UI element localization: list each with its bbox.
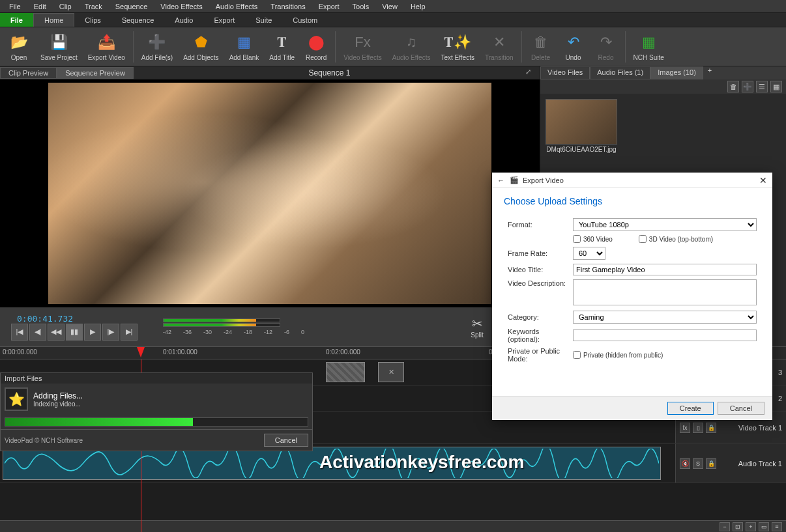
menu-view[interactable]: View [375,1,404,12]
track-fx-button[interactable]: fx [680,423,690,433]
ribbon-tab-sequence[interactable]: Sequence [111,13,165,27]
tab-images[interactable]: Images (10) [650,66,703,79]
goto-end-button[interactable]: ▶| [121,324,138,341]
storyboard-button[interactable]: ▭ [759,522,769,531]
menu-track[interactable]: Track [78,1,109,12]
nch-suite-button[interactable]: ▦NCH Suite [628,29,669,65]
keywords-label: Keywords (optional): [508,328,573,343]
transition-clip[interactable]: ✕ [378,362,404,382]
track-solo-button[interactable]: S [693,458,703,469]
menu-bar: File Edit Clip Track Sequence Video Effe… [0,0,786,13]
redo-button[interactable]: ↷Redo [590,29,622,65]
menu-export[interactable]: Export [312,1,346,12]
save-project-button[interactable]: 💾Save Project [35,29,83,65]
timeline-button[interactable]: ≡ [772,522,782,531]
tab-audio-files[interactable]: Audio Files (1) [590,66,650,79]
menu-file[interactable]: File [3,1,27,12]
framerate-select[interactable]: 60 [573,247,605,260]
menu-help[interactable]: Help [404,1,432,12]
tab-sequence-preview[interactable]: Sequence Preview [57,67,134,79]
tab-video-files[interactable]: Video Files [540,66,590,79]
popout-icon[interactable]: ⤢ [525,68,536,78]
menu-transitions[interactable]: Transitions [264,1,312,12]
play-button[interactable]: ▶ [84,324,101,341]
export-video-button[interactable]: 📤Export Video [83,29,130,65]
add-objects-button[interactable]: ⬟Add Objects [178,29,224,65]
3d-video-checkbox[interactable]: 3D Video (top-bottom) [639,235,713,243]
export-window-icon: 🎬 [510,176,519,184]
delete-button[interactable]: 🗑Delete [525,29,557,65]
import-files-dialog: Import Files ⭐ Adding Files... Indexing … [0,372,313,451]
track-lock-button[interactable]: 🔒 [706,458,716,469]
prev-frame-button[interactable]: ◀| [29,324,46,341]
menu-video-effects[interactable]: Video Effects [154,1,209,12]
add-title-icon: 𝐓 [272,32,293,53]
keywords-input[interactable] [573,329,757,341]
ribbon-tab-clips[interactable]: Clips [74,13,111,27]
menu-audio-effects[interactable]: Audio Effects [209,1,265,12]
close-icon[interactable]: ✕ [759,175,767,186]
open-button[interactable]: 📂Open [3,29,35,65]
export-cancel-button[interactable]: Cancel [718,402,764,415]
menu-clip[interactable]: Clip [53,1,78,12]
track-mute-button[interactable]: ▯ [693,423,703,433]
import-cancel-button[interactable]: Cancel [264,434,308,447]
video-desc-textarea[interactable] [573,279,757,305]
video-title-input[interactable] [573,264,757,275]
zoom-fit-button[interactable]: ⊡ [733,522,743,531]
menu-tools[interactable]: Tools [346,1,376,12]
next-frame-button[interactable]: |▶ [102,324,119,341]
format-label: Format: [508,221,573,229]
private-checkbox[interactable]: Private (hidden from public) [573,351,757,359]
preview-panel: Clip Preview Sequence Preview Sequence 1… [0,66,540,346]
ribbon-tab-suite[interactable]: Suite [245,13,282,27]
record-button[interactable]: ⬤Record [300,29,332,65]
pause-button[interactable]: ▮▮ [66,324,83,341]
media-thumbnail[interactable]: DMqt6CiUEAAO2ET.jpg [546,99,617,153]
back-icon[interactable]: ← [497,176,504,184]
goto-start-button[interactable]: |◀ [11,324,28,341]
undo-button[interactable]: ↶Undo [557,29,590,65]
zoom-in-button[interactable]: + [746,522,756,531]
menu-sequence[interactable]: Sequence [109,1,154,12]
zoom-out-button[interactable]: − [720,522,730,531]
add-bin-item-button[interactable]: ➕ [742,81,753,92]
add-object-icon: ⬟ [190,32,211,53]
create-button[interactable]: Create [667,402,714,415]
ribbon-tab-home[interactable]: Home [33,13,74,27]
track-lock-button[interactable]: 🔒 [706,423,716,433]
ribbon-tab-file[interactable]: File [0,13,33,27]
video-effects-button[interactable]: FxVideo Effects [338,29,387,65]
360-video-checkbox[interactable]: 360 Video [573,235,613,243]
ribbon-tab-audio[interactable]: Audio [164,13,203,27]
tab-clip-preview[interactable]: Clip Preview [0,67,57,79]
rewind-button[interactable]: ◀◀ [48,324,65,341]
separator [625,31,626,63]
audio-effects-button[interactable]: ♫Audio Effects [387,29,436,65]
video-clip[interactable] [326,362,365,382]
menu-edit[interactable]: Edit [27,1,53,12]
export-heading: Choose Upload Settings [492,188,772,212]
thumb-view-button[interactable]: ▦ [770,81,782,92]
scissors-icon: ✂ [472,316,483,331]
add-title-button[interactable]: 𝐓Add Title [264,29,300,65]
add-blank-button[interactable]: ▦Add Blank [224,29,265,65]
text-effects-button[interactable]: 𝐓✨Text Effects [435,29,480,65]
category-select[interactable]: Gaming [573,311,757,324]
undo-icon: ↶ [563,32,584,53]
save-icon: 💾 [48,32,69,53]
list-view-button[interactable]: ☰ [756,81,768,92]
format-select[interactable]: YouTube 1080p [573,218,757,231]
add-files-button[interactable]: ➕Add File(s) [136,29,178,65]
delete-bin-item-button[interactable]: 🗑 [727,81,739,92]
track-mute-button[interactable]: 🔇 [680,458,690,469]
ribbon-tab-export[interactable]: Export [203,13,245,27]
bin-content[interactable]: DMqt6CiUEAAO2ET.jpg [540,94,786,158]
playhead-marker[interactable] [137,347,145,357]
split-button[interactable]: ✂Split [465,315,488,340]
add-bin-button[interactable]: + [703,66,716,79]
transition-button[interactable]: ✕Transition [480,29,519,65]
ribbon-tab-custom[interactable]: Custom [282,13,328,27]
preview-tabs: Clip Preview Sequence Preview Sequence 1… [0,66,540,79]
video-preview[interactable] [0,79,540,307]
